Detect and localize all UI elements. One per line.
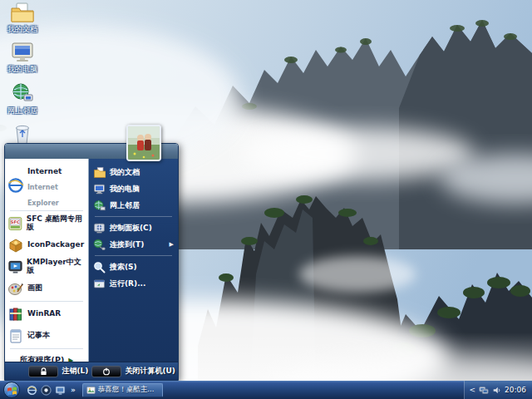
lock-icon <box>40 367 47 376</box>
task-button-label: 恭喜您！桌酷主... <box>98 385 155 395</box>
start-menu-footer: 注销(L) 关闭计算机(U) <box>5 362 178 380</box>
kmplayer-icon <box>7 259 23 275</box>
turn-off-label: 关闭计算机(U) <box>125 366 175 377</box>
connect-to-icon <box>93 239 106 251</box>
internet-explorer-icon <box>7 176 24 195</box>
start-menu-places-column: 我的文档 我的电脑 网上邻居 <box>89 159 178 362</box>
menu-separator <box>95 216 172 217</box>
recycle-bin-icon <box>10 123 35 145</box>
desktop-icon-label: 我的文档 <box>3 24 42 35</box>
my-computer-icon <box>93 183 106 195</box>
menu-item-label: WinRAR <box>27 310 61 318</box>
menu-item-iconpackager[interactable]: IconPackager <box>5 234 88 256</box>
menu-item-network-places[interactable]: 网上邻居 <box>91 197 176 214</box>
menu-item-internet[interactable]: Internet Internet Explorer <box>5 161 88 209</box>
search-icon <box>93 261 106 273</box>
start-menu-pinned-column: Internet Internet Explorer SFC SFC 桌酷网专用… <box>5 159 89 362</box>
menu-item-label: SFC 桌酷网专用版 <box>27 215 86 232</box>
run-icon <box>93 278 106 290</box>
desktop-icon-label: 我的电脑 <box>3 64 42 75</box>
menu-item-paint[interactable]: 画图 <box>5 278 88 299</box>
svg-text:SFC: SFC <box>11 219 20 224</box>
ie-quicklaunch-icon[interactable] <box>27 385 37 396</box>
user-avatar-photo <box>128 126 160 160</box>
my-documents-icon <box>10 2 35 23</box>
media-player-quicklaunch-icon[interactable] <box>41 385 52 396</box>
control-panel-icon <box>93 222 106 234</box>
start-menu: Internet Internet Explorer SFC SFC 桌酷网专用… <box>4 143 179 381</box>
menu-item-label: 我的文档 <box>110 167 140 178</box>
menu-item-sublabel: Internet Explorer <box>27 184 59 207</box>
log-off-label: 注销(L) <box>62 366 88 377</box>
winrar-icon <box>7 306 24 323</box>
desktop-icon-my-documents[interactable]: 我的文档 <box>3 2 42 35</box>
menu-item-label: 控制面板(C) <box>110 223 152 234</box>
image-viewer-icon <box>86 386 96 395</box>
log-off-button[interactable]: 注销(L) <box>28 366 88 377</box>
menu-item-label: 运行(R)... <box>110 278 145 289</box>
windows-logo-icon <box>7 385 17 396</box>
menu-item-kmplayer[interactable]: KMPlayer中文版 <box>5 256 88 278</box>
network-tray-icon[interactable] <box>479 386 489 395</box>
desktop-icon-label: 网上邻居 <box>3 106 42 116</box>
user-avatar[interactable] <box>126 125 161 161</box>
menu-item-label: 画图 <box>27 284 42 293</box>
power-icon <box>102 367 111 376</box>
volume-tray-icon[interactable] <box>492 386 501 395</box>
menu-item-label: 记事本 <box>27 332 50 340</box>
menu-item-label: 我的电脑 <box>110 184 140 195</box>
menu-item-label: 搜索(S) <box>110 262 137 273</box>
menu-item-label: 网上邻居 <box>110 200 140 211</box>
menu-separator <box>10 301 83 302</box>
menu-item-label: 连接到(T) <box>110 239 144 250</box>
menu-item-notepad[interactable]: 记事本 <box>5 325 88 347</box>
network-places-icon <box>10 83 35 105</box>
taskbar-clock[interactable]: 20:06 <box>505 386 526 394</box>
taskbar: » 恭喜您！桌酷主... < 20:06 <box>0 381 532 399</box>
show-desktop-quicklaunch-icon[interactable] <box>55 385 66 396</box>
menu-separator <box>95 255 172 256</box>
menu-item-my-computer[interactable]: 我的电脑 <box>91 180 176 197</box>
menu-item-label: Internet <box>27 167 62 175</box>
menu-item-connect-to[interactable]: 连接到(T) ▶ <box>91 236 176 253</box>
menu-separator <box>10 348 83 349</box>
menu-item-control-panel[interactable]: 控制面板(C) <box>91 219 176 236</box>
notepad-icon <box>7 328 24 344</box>
turn-off-pill <box>91 366 121 377</box>
iconpackager-icon <box>7 237 24 254</box>
menu-item-my-documents[interactable]: 我的文档 <box>91 164 176 180</box>
my-computer-icon <box>10 42 35 63</box>
sfc-icon: SFC <box>7 215 23 232</box>
network-places-icon <box>93 200 106 212</box>
menu-item-sfc[interactable]: SFC SFC 桌酷网专用版 <box>5 213 88 234</box>
task-button[interactable]: 恭喜您！桌酷主... <box>82 383 163 397</box>
turn-off-computer-button[interactable]: 关闭计算机(U) <box>91 366 175 377</box>
quick-launch-bar: » <box>24 385 80 396</box>
menu-item-label: KMPlayer中文版 <box>27 259 86 275</box>
desktop-icon-recycle-bin[interactable] <box>3 123 42 145</box>
my-documents-icon <box>93 166 106 179</box>
tray-collapse-chevron[interactable]: < <box>470 386 476 394</box>
quick-launch-overflow-chevron[interactable]: » <box>71 386 76 394</box>
paint-icon <box>7 280 24 297</box>
menu-item-label: IconPackager <box>27 241 84 249</box>
menu-item-winrar[interactable]: WinRAR <box>5 303 88 325</box>
log-off-pill <box>28 366 58 377</box>
desktop-icon-my-computer[interactable]: 我的电脑 <box>3 42 42 75</box>
desktop-icon-network-places[interactable]: 网上邻居 <box>3 83 42 116</box>
menu-item-run[interactable]: 运行(R)... <box>91 275 176 292</box>
submenu-arrow-icon: ▶ <box>170 241 174 248</box>
menu-item-search[interactable]: 搜索(S) <box>91 259 176 275</box>
menu-separator <box>10 210 83 211</box>
system-tray: < 20:06 <box>464 381 532 399</box>
start-button[interactable] <box>3 382 20 398</box>
